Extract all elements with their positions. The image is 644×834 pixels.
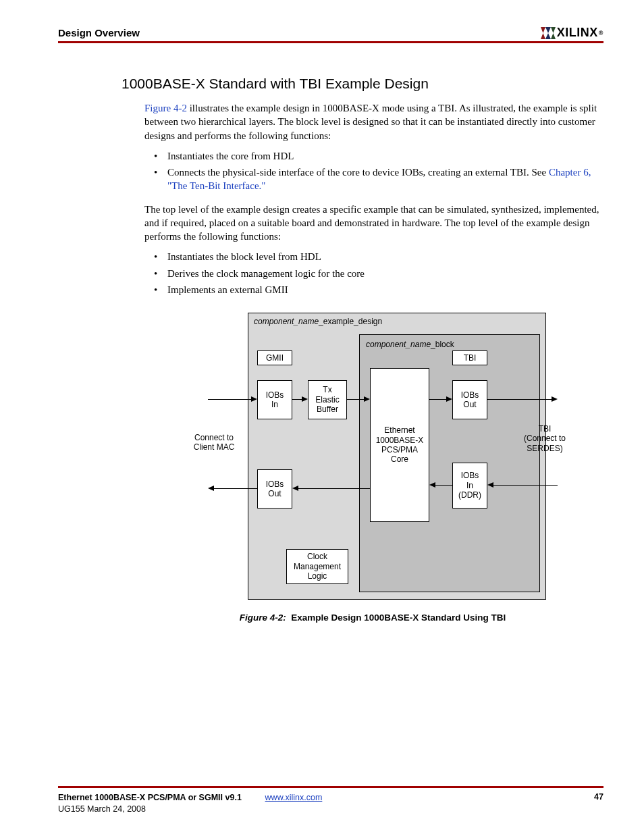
section-heading: 1000BASE-X Standard with TBI Example Des… [122, 76, 601, 92]
iobs-out-top-box: IOBs Out [452, 380, 487, 419]
svg-marker-4 [545, 27, 551, 33]
bullet-list-1: Instantiates the core from HDL Connects … [144, 149, 601, 193]
iobs-in-box: IOBs In [257, 380, 292, 419]
figure-caption: Figure 4-2: Example Design 1000BASE-X St… [184, 613, 562, 623]
figure-ref-link[interactable]: Figure 4-2 [144, 103, 187, 113]
svg-marker-1 [541, 33, 545, 39]
inner-box-label: component_name_block [366, 340, 454, 349]
page-footer: Ethernet 1000BASE-X PCS/PMA or SGMII v9.… [58, 786, 603, 815]
xilinx-logo: XILINX® [541, 26, 603, 40]
svg-marker-3 [551, 33, 556, 39]
list-item: Implements an external GMII [144, 283, 601, 296]
footer-rule [58, 786, 603, 788]
footer-url-link[interactable]: www.xilinx.com [265, 793, 323, 802]
svg-marker-0 [541, 27, 545, 33]
clock-mgmt-box: Clock Management Logic [286, 549, 348, 584]
connect-client-mac-label: Connect to Client MAC [184, 433, 244, 452]
list-item: Instantiates the block level from HDL [144, 250, 601, 263]
svg-marker-2 [551, 27, 556, 33]
page-number: 47 [594, 792, 603, 815]
gmii-label-box: GMII [257, 350, 292, 365]
svg-marker-5 [545, 33, 551, 39]
header-rule [58, 41, 603, 43]
tbi-label-box: TBI [452, 350, 487, 365]
block-diagram: component_name_example_design component_… [184, 313, 562, 603]
iobs-in-ddr-box: IOBs In (DDR) [452, 463, 487, 509]
footer-doc-id: UG155 March 24, 2008 [58, 804, 146, 814]
paragraph-1: Figure 4-2 illustrates the example desig… [144, 101, 601, 142]
outer-box-label: component_name_example_design [254, 317, 382, 326]
list-item: Derives the clock management logic for t… [144, 267, 601, 280]
bullet-list-2: Instantiates the block level from HDL De… [144, 250, 601, 296]
iobs-out-box: IOBs Out [257, 469, 292, 509]
tbi-serdes-label: TBI (Connect to SERDES) [518, 424, 571, 453]
xilinx-logo-icon [541, 27, 556, 39]
footer-doc-title: Ethernet 1000BASE-X PCS/PMA or SGMII v9.… [58, 793, 242, 802]
paragraph-2: The top level of the example design crea… [144, 203, 601, 244]
registered-mark: ® [599, 30, 603, 36]
ethernet-core-box: Ethernet 1000BASE-X PCS/PMA Core [370, 368, 429, 522]
list-item: Instantiates the core from HDL [144, 149, 601, 163]
logo-text: XILINX [557, 26, 598, 40]
tx-elastic-buffer-box: Tx Elastic Buffer [308, 380, 347, 419]
page-header-section: Design Overview [58, 27, 140, 38]
list-item: Connects the physical-side interface of … [144, 165, 601, 193]
